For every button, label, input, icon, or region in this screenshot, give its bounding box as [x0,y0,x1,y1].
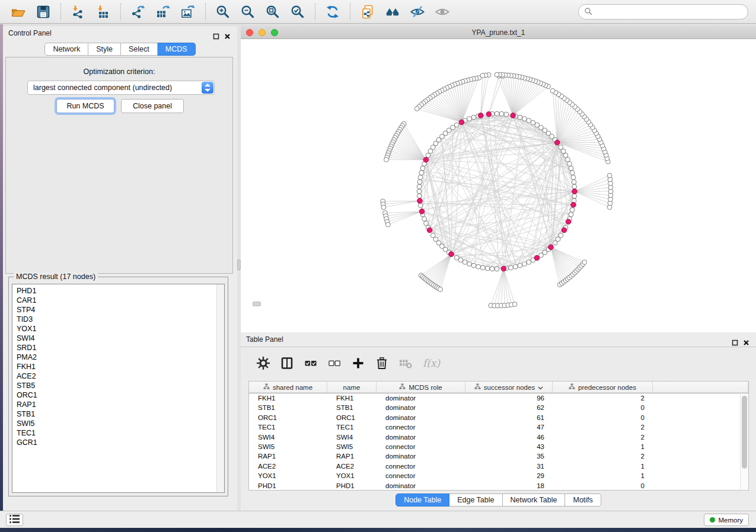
mcds-result-item[interactable]: SWI5 [17,419,224,428]
network-window-title: YPA_prune.txt_1 [241,26,756,39]
table-cell: dominator [377,413,465,422]
import-network-icon[interactable] [69,3,87,21]
search-input[interactable] [595,6,748,18]
column-label: name [343,384,361,391]
share-document-icon[interactable] [359,3,377,21]
mcds-result-item[interactable]: SWI4 [17,334,224,343]
column-header-MCDS-role[interactable]: MCDS role [377,382,465,393]
mcds-result-item[interactable]: SRD1 [17,343,224,352]
search-box[interactable] [578,4,748,20]
mcds-result-item[interactable]: STB1 [17,409,224,419]
table-cell: 47 [465,422,553,432]
mcds-result-item[interactable]: ACE2 [17,371,224,381]
zoom-in-icon[interactable] [214,3,232,21]
memory-label: Memory [718,517,743,524]
horizontal-splitter-grab[interactable] [253,302,261,306]
mcds-result-item[interactable]: PMA2 [17,352,224,362]
table-cell: FKH1 [249,393,327,403]
table-row[interactable]: ACE2ACE2connector311 [249,462,748,471]
network-canvas[interactable] [241,39,756,332]
sort-descending-icon [538,384,543,391]
network-view-window: YPA_prune.txt_1 [241,26,756,332]
tab-network-table[interactable]: Network Table [503,493,566,507]
table-scrollbar[interactable] [740,394,748,489]
tab-motifs[interactable]: Motifs [565,493,601,507]
table-cell: 0 [553,403,653,412]
table-cell: dominator [377,393,465,403]
zoom-selected-icon[interactable] [289,3,307,21]
open-file-icon[interactable] [9,3,27,21]
table-row[interactable]: YOX1YOX1connector291 [249,471,748,480]
run-mcds-button[interactable]: Run MCDS [56,99,114,113]
mcds-result-item[interactable]: GCR1 [17,438,224,447]
column-header-name[interactable]: name [327,382,377,393]
table-cell: YOX1 [327,471,377,480]
mcds-result-item[interactable]: FKH1 [17,362,224,371]
network-graph[interactable] [241,39,756,332]
desktop-wallpaper-bottom [0,528,756,532]
deselect-all-icon[interactable] [326,354,343,372]
mcds-result-item[interactable]: YOX1 [17,324,224,334]
mcds-result-item[interactable]: TID3 [17,315,224,324]
create-column-icon[interactable] [349,354,367,372]
apply-layout-icon[interactable] [324,3,342,21]
mcds-result-list[interactable]: PHD1CAR1STP4TID3YOX1SWI4SRD1PMA2FKH1ACE2… [12,284,225,493]
import-table-icon[interactable] [94,3,112,21]
table-row[interactable]: STB1STB1dominator620 [249,403,748,412]
column-label: shared name [273,384,312,391]
toolbar-separator [315,4,315,20]
table-row[interactable]: PHD1PHD1dominator180 [249,481,748,491]
tab-network[interactable]: Network [44,43,88,56]
close-panel-button[interactable]: Close panel [121,99,184,113]
table-row[interactable]: FKH1FKH1dominator962 [249,393,748,403]
show-columns-icon[interactable] [278,354,296,372]
tab-select[interactable]: Select [121,43,158,56]
column-label: successor nodes [484,384,535,391]
mcds-result-item[interactable]: PHD1 [17,286,224,296]
mcds-result-groupbox: MCDS result (17 nodes) PHD1CAR1STP4TID3Y… [8,277,228,496]
tab-mcds[interactable]: MCDS [158,43,196,56]
mcds-result-item[interactable]: RAP1 [17,400,224,409]
export-network-icon[interactable] [129,3,147,21]
delete-columns-icon[interactable] [373,354,391,372]
zoom-out-icon[interactable] [239,3,257,21]
mcds-result-item[interactable]: ORC1 [17,390,224,400]
table-cell: connector [377,462,465,471]
network-window-titlebar[interactable]: YPA_prune.txt_1 [241,26,756,39]
optimization-criterion-select[interactable]: largest connected component (undirected) [27,81,215,95]
table-cell: TEC1 [327,422,377,432]
task-history-button[interactable] [6,514,23,526]
tab-edge-table[interactable]: Edge Table [449,493,502,507]
table-row[interactable]: ORC1ORC1dominator610 [249,413,748,422]
table-cell: 2 [553,432,653,442]
table-panel: Table Panel f(x) shared namenameMCDS rol… [241,332,756,511]
export-image-icon[interactable] [179,3,197,21]
column-header-successor-nodes[interactable]: successor nodes [465,382,553,393]
mcds-result-item[interactable]: CAR1 [17,296,224,305]
zoom-fit-icon[interactable] [264,3,282,21]
mcds-list-scrollbar[interactable] [216,284,224,492]
column-header-predecessor-nodes[interactable]: predecessor nodes [553,382,653,393]
tab-node-table[interactable]: Node Table [395,493,449,507]
mcds-result-item[interactable]: STB5 [17,381,224,390]
scrollbar-thumb[interactable] [742,396,747,469]
table-mode-icon[interactable] [254,354,272,372]
mcds-result-item[interactable]: STP4 [17,305,224,315]
search-network-icon[interactable] [384,3,401,21]
hide-selected-icon[interactable] [409,3,426,21]
table-row[interactable]: RAP1RAP1dominator352 [249,451,748,461]
table-cell: STB1 [327,403,377,412]
table-cell: YOX1 [249,471,327,480]
select-all-icon[interactable] [302,354,320,372]
table-row[interactable]: SWI5SWI5connector431 [249,442,748,451]
save-session-icon[interactable] [34,3,52,21]
table-row[interactable]: TEC1TEC1connector472 [249,422,748,432]
show-all-icon [433,3,451,21]
table-cell: 62 [465,403,553,412]
export-table-icon[interactable] [154,3,172,21]
column-header-shared-name[interactable]: shared name [249,382,327,393]
tab-style[interactable]: Style [88,43,121,56]
table-row[interactable]: SWI4SWI4dominator462 [249,432,748,442]
memory-button[interactable]: Memory [704,514,749,526]
mcds-result-item[interactable]: TEC1 [17,428,224,438]
